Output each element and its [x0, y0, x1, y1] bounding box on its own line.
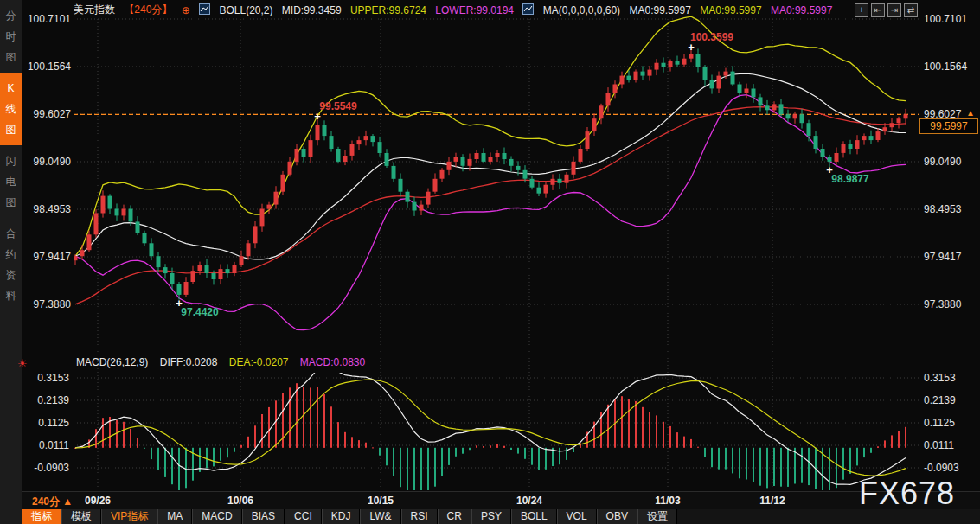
toolbar-button-RSI[interactable]: RSI	[401, 509, 438, 524]
line-chart-icon[interactable]	[199, 3, 210, 17]
x-axis-date: 10/06	[227, 495, 253, 507]
toolbar-button-LW&[interactable]: LW&	[360, 509, 400, 524]
toolbar-button-MACD[interactable]: MACD	[192, 509, 241, 524]
x-axis-date: 11/12	[759, 495, 785, 507]
toolbar-button-VIP指标[interactable]: VIP指标	[101, 509, 157, 524]
toolbar-button-MA[interactable]: MA	[157, 509, 192, 524]
chart-canvas[interactable]	[0, 0, 980, 524]
boll-lower-value: LOWER:99.0194	[435, 4, 514, 16]
low-price-annotation: 98.9877	[831, 173, 868, 185]
x-axis-date: 11/03	[655, 495, 680, 507]
live-indicator-icon: ☀	[17, 357, 28, 370]
x-axis-date: 10/15	[368, 495, 394, 507]
ma1-value: MA0:99.5997	[629, 4, 690, 16]
toolbar-button-模板[interactable]: 模板	[61, 509, 101, 524]
toolbar-button-OBV[interactable]: OBV	[597, 509, 637, 524]
add-indicator-icon[interactable]: ⊕	[182, 4, 190, 16]
sidebar-item-3[interactable]: 合约资料	[0, 218, 22, 311]
toolbar-button-PSY[interactable]: PSY	[471, 509, 511, 524]
sidebar-item-2[interactable]: 闪电图	[0, 145, 22, 218]
toolbar-button-VOL[interactable]: VOL	[557, 509, 597, 524]
scale-right-icon[interactable]: ⇥	[887, 3, 901, 17]
macd-value: MACD:0.0830	[300, 356, 365, 368]
watermark: FX678	[859, 476, 955, 512]
ma2-value: MA0:99.5997	[700, 4, 761, 16]
x-axis-date: 10/24	[516, 495, 542, 507]
price-up-arrow: ▲	[966, 108, 975, 118]
toolbar-button-KDJ[interactable]: KDJ	[322, 509, 361, 524]
macd-header: MACD(26,12,9) DIFF:0.0208 DEA:-0.0207 MA…	[76, 356, 374, 368]
ma-label: MA(0,0,0,0,0,60)	[543, 4, 620, 16]
ma3-value: MA0:99.5997	[771, 4, 832, 16]
toolbar-button-BIAS[interactable]: BIAS	[242, 509, 285, 524]
low-price-annotation: 97.4420	[181, 306, 218, 318]
current-price-badge: 99.5997	[919, 118, 978, 134]
macd-diff-value: DIFF:0.0208	[160, 356, 218, 368]
toolbar-button-BOLL[interactable]: BOLL	[511, 509, 557, 524]
boll-label: BOLL(20,2)	[219, 4, 272, 16]
toolbar-button-CR[interactable]: CR	[438, 509, 471, 524]
crosshair-icon[interactable]: +	[855, 3, 868, 17]
chart-tool-icons: +⇤⇥⇄	[855, 3, 918, 17]
chart-header: 美元指数 【240分】 ⊕ BOLL(20,2) MID:99.3459 UPP…	[74, 3, 838, 16]
macd-title: MACD(26,12,9)	[76, 356, 148, 368]
boll-mid-value: MID:99.3459	[282, 4, 342, 16]
high-price-annotation: 99.5549	[319, 100, 356, 112]
x-axis-date: 09/26	[85, 495, 111, 507]
high-price-annotation: 100.3599	[690, 31, 733, 43]
macd-dea-value: DEA:-0.0207	[229, 356, 289, 368]
toolbar-button-设置[interactable]: 设置	[637, 509, 677, 524]
pan-icon[interactable]: ⇄	[904, 3, 918, 17]
bottom-toolbar: 指标模板VIP指标MAMACDBIASCCIKDJLW&RSICRPSYBOLL…	[22, 509, 980, 524]
toolbar-button-指标[interactable]: 指标	[22, 509, 61, 524]
line-chart-icon[interactable]	[522, 3, 534, 17]
period-badge[interactable]: 【240分】	[124, 3, 172, 16]
sidebar: 分时图K线图闪电图合约资料	[0, 0, 22, 524]
period-selector[interactable]: 240分 ▲	[32, 495, 73, 509]
sidebar-item-1[interactable]: K线图	[0, 73, 22, 145]
symbol-title: 美元指数	[74, 3, 115, 16]
x-axis-row: 240分 ▲ 09/2610/0610/1510/2411/0311/12	[22, 491, 980, 510]
sidebar-item-0[interactable]: 分时图	[0, 0, 22, 73]
scale-left-icon[interactable]: ⇤	[871, 3, 885, 17]
boll-upper-value: UPPER:99.6724	[350, 4, 426, 16]
toolbar-button-CCI[interactable]: CCI	[285, 509, 322, 524]
chart-app: 分时图K线图闪电图合约资料 美元指数 【240分】 ⊕ BOLL(20,2) M…	[0, 0, 980, 524]
